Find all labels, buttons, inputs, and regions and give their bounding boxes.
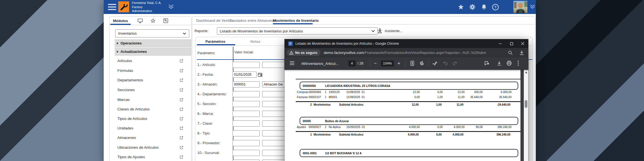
help-icon[interactable]: ? xyxy=(492,3,499,11)
sidebar-item-articulos[interactable]: Artículos xyxy=(110,58,191,65)
settings-gear-icon[interactable] xyxy=(469,3,476,11)
page-number-input[interactable]: 4 xyxy=(348,60,356,67)
download-url-icon[interactable] xyxy=(519,50,524,55)
sidebar-item-unidades[interactable]: Unidades xyxy=(110,125,191,132)
scrollbar-thumb[interactable] xyxy=(525,100,527,108)
zoom-level[interactable]: 104% xyxy=(381,60,394,67)
triangle-right-icon xyxy=(117,51,119,53)
pdf-page-gap xyxy=(520,70,524,161)
zoom-in-button[interactable]: + xyxy=(396,60,402,67)
almacen-code-input[interactable] xyxy=(233,81,260,87)
tab-favorites-icon[interactable] xyxy=(149,17,157,24)
app-header: Ferreteria Total, C.A. Factory Administr… xyxy=(104,0,536,14)
active-tab-underline xyxy=(197,44,235,45)
user-avatar[interactable] xyxy=(513,1,527,13)
wizard-assistant-icon[interactable] xyxy=(377,28,383,34)
param-label-seccion: 5.- Sección: xyxy=(197,102,217,106)
sidebar-item-tipos-articulos[interactable]: Tipos de Artículos xyxy=(110,116,191,122)
urlbar-actions xyxy=(508,48,528,57)
movement-row: Ajustes000005272No Aplica15/09/2025 014.… xyxy=(296,126,513,129)
form-header-parametro: Parámetro: xyxy=(197,51,215,55)
undo-icon[interactable] xyxy=(443,61,448,65)
pdf-toolbar: rMInventarios_Articul... 4 / 26 − 104% + xyxy=(285,57,528,70)
sidebar-item-tipos-ajustes[interactable]: Tipos de Ajustes xyxy=(110,154,191,161)
accordion-operaciones[interactable]: Operaciones xyxy=(115,39,191,47)
zoom-out-button[interactable]: − xyxy=(372,60,379,67)
accordion-actualizaciones[interactable]: Actualizaciones xyxy=(115,48,191,56)
assistant-button[interactable]: Asistente... xyxy=(385,29,402,33)
clase-input-1[interactable] xyxy=(233,120,260,127)
operacion-input-1[interactable] xyxy=(233,160,260,161)
sidebar-item-clases[interactable]: Clases de Artículos xyxy=(110,106,191,113)
chrome-popup-window: F Listado de Movimientos de Inventarios … xyxy=(285,39,528,161)
movement-row: Facturas000021071M000111/08/2025 010,001… xyxy=(296,96,513,99)
movement-row: Compras000004561100012911/08/2025 0112,0… xyxy=(296,91,513,94)
security-badge[interactable]: No es seguro xyxy=(287,49,321,56)
sidebar-item-ubicaciones[interactable]: Ubicaciones de Artículos xyxy=(110,145,191,151)
zoom-search-icon[interactable] xyxy=(508,50,513,55)
page-count: / 26 xyxy=(357,61,363,65)
report-select[interactable]: Listado de Movimientos de Inventarios po… xyxy=(217,27,378,35)
pdf-filename: rMInventarios_Articul... xyxy=(301,61,338,66)
user-menu-chevron-icon[interactable] xyxy=(529,4,536,10)
departamento-input-1[interactable] xyxy=(233,91,260,97)
sidebar-item-departamentos[interactable]: Departamentos xyxy=(110,77,191,84)
tab-traslados-almacenes[interactable]: Traslados entre Almacenes xyxy=(229,16,276,24)
subtotal-row: 1 Movimientos Subtotal Artículos: 4.000,… xyxy=(296,133,512,137)
report-label: Reporte: xyxy=(195,29,209,33)
print-icon[interactable] xyxy=(506,61,512,66)
collapse-header-icon[interactable] xyxy=(167,4,175,10)
maximize-button[interactable] xyxy=(506,39,517,48)
pdf-menu-icon[interactable] xyxy=(290,61,295,65)
favorites-star-icon[interactable] xyxy=(457,3,465,11)
tab-desktop-icon[interactable] xyxy=(136,17,144,24)
external-link-icon xyxy=(179,146,183,150)
seccion-input-1[interactable] xyxy=(233,101,260,107)
address-url[interactable]: demo.factorysoftve.com/Framework/Formula… xyxy=(324,51,486,55)
tab-dashboard-ventas[interactable]: Dashboard de Ventas xyxy=(196,16,233,24)
sidebar-tabbar: Módulos xyxy=(110,16,191,25)
active-tab-underline xyxy=(110,24,131,25)
sidebar-item-almacenes[interactable]: Almacenes xyxy=(110,135,191,141)
calendar-button[interactable] xyxy=(257,72,263,78)
annotate-pen-icon[interactable] xyxy=(432,61,438,66)
article-header-box: 0001-0001 1/2 BOT BUCHANA`S 12 A xyxy=(300,149,518,157)
marca-input-1[interactable] xyxy=(233,111,260,117)
param-label-departamento: 4.- Departamento: xyxy=(197,92,227,96)
fit-page-icon[interactable] xyxy=(410,61,414,66)
report-row: Reporte: Listado de Movimientos de Inven… xyxy=(192,24,535,37)
module-select[interactable]: Inventarios xyxy=(115,29,189,37)
scroll-up-arrow[interactable] xyxy=(524,70,528,74)
fecha-input[interactable] xyxy=(233,72,257,78)
hamburger-menu-icon[interactable] xyxy=(106,3,118,11)
sidebar-item-formulas[interactable]: Fórmulas xyxy=(110,68,191,74)
more-options-icon[interactable] xyxy=(517,60,519,66)
tab-notas[interactable]: Notas xyxy=(235,37,275,46)
app-title: Ferreteria Total, C.A. Factory Administr… xyxy=(132,1,162,13)
company-logo xyxy=(118,1,129,12)
external-link-icon xyxy=(179,88,183,92)
tipo-input-1[interactable] xyxy=(233,130,260,136)
close-button[interactable] xyxy=(517,39,528,48)
external-link-icon xyxy=(179,59,183,63)
param-label-sucursal: 10.- Sucursal: xyxy=(197,151,220,155)
param-label-proveedor: 9.- Proveedor: xyxy=(197,141,220,145)
minimize-button[interactable] xyxy=(495,39,506,48)
articulo-input-1[interactable] xyxy=(233,62,260,68)
window-titlebar[interactable]: F Listado de Movimientos de Inventarios … xyxy=(285,39,528,48)
main-tabbar: Dashboard de Ventas Traslados entre Alma… xyxy=(192,16,535,25)
tab-permissions-icon[interactable] xyxy=(162,17,170,24)
pdf-scrollbar[interactable] xyxy=(524,70,528,161)
notifications-bell-icon[interactable] xyxy=(480,3,487,11)
sidebar-item-secciones[interactable]: Secciones xyxy=(110,87,191,94)
redo-icon[interactable] xyxy=(453,61,458,65)
sucursal-input-1[interactable] xyxy=(233,150,260,156)
sidebar-item-marcas[interactable]: Marcas xyxy=(110,97,191,103)
pdf-download-icon[interactable] xyxy=(497,61,502,66)
proveedor-input-1[interactable] xyxy=(233,140,260,146)
form-header-valor-inicial: Valor Inicial: xyxy=(234,50,254,54)
wrench-icon xyxy=(120,3,128,11)
param-label-clase: 7.- Clase: xyxy=(197,121,213,126)
rotate-icon[interactable] xyxy=(419,61,425,66)
add-annotation-icon[interactable] xyxy=(484,61,489,66)
